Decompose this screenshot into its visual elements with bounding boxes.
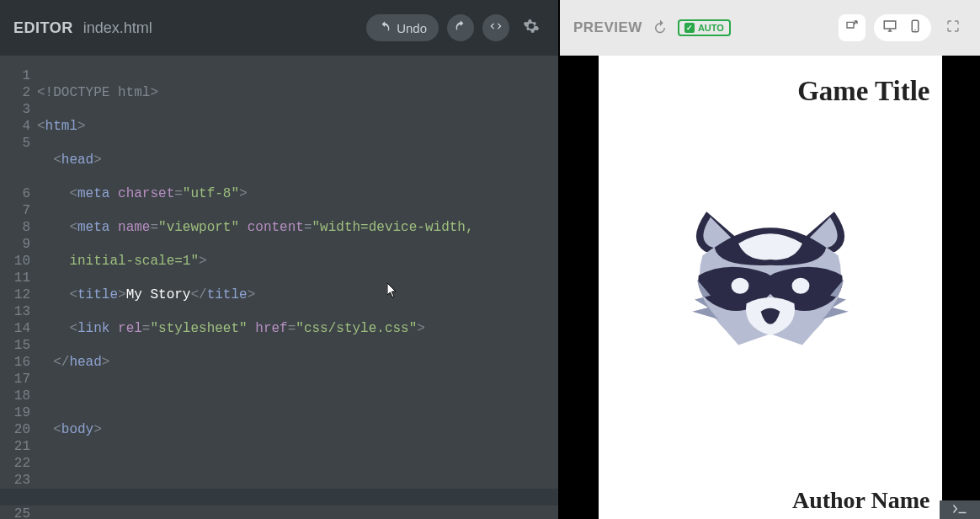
gear-icon — [523, 18, 540, 38]
preview-viewport: Game Title — [560, 56, 980, 519]
settings-button[interactable] — [518, 14, 545, 41]
undo-icon — [378, 20, 391, 36]
svg-point-1 — [914, 29, 916, 31]
editor-title: EDITOR — [13, 19, 73, 37]
code-editor[interactable]: 12345 6789101112 13141516171819 20212223… — [0, 56, 558, 519]
fullscreen-icon — [946, 19, 960, 36]
refresh-button[interactable] — [651, 19, 669, 37]
filename[interactable]: index.html — [83, 19, 152, 37]
console-icon — [952, 502, 967, 517]
auto-refresh-toggle[interactable]: AUTO — [678, 19, 731, 36]
code-view-button[interactable] — [482, 14, 509, 41]
desktop-icon[interactable] — [882, 19, 897, 37]
undo-button[interactable]: Undo — [366, 14, 439, 41]
undo-label: Undo — [397, 21, 427, 35]
code-icon — [489, 19, 503, 36]
line-gutter: 12345 6789101112 13141516171819 20212223… — [0, 67, 37, 519]
open-external-button[interactable] — [839, 14, 865, 41]
game-title-heading: Game Title — [797, 76, 929, 107]
fullscreen-button[interactable] — [940, 14, 967, 41]
redo-button[interactable] — [447, 14, 474, 41]
mouse-cursor-icon — [387, 283, 397, 298]
editor-header: EDITOR index.html Undo — [0, 0, 558, 56]
editor-pane: EDITOR index.html Undo — [0, 0, 558, 519]
preview-pane: PREVIEW AUTO — [558, 0, 980, 519]
console-toggle[interactable] — [940, 500, 980, 519]
code-content[interactable]: <!DOCTYPE html> <html> <head> <meta char… — [37, 67, 558, 519]
raccoon-image — [682, 200, 859, 351]
preview-title: PREVIEW — [573, 19, 642, 36]
editor-toolbar: Undo — [366, 14, 545, 41]
preview-header: PREVIEW AUTO — [560, 0, 980, 56]
svg-point-3 — [791, 278, 809, 294]
author-name-heading: Author Name — [792, 487, 930, 519]
device-selector[interactable] — [874, 14, 931, 41]
refresh-icon — [652, 19, 668, 37]
rendered-page[interactable]: Game Title — [599, 56, 942, 519]
external-icon — [845, 19, 859, 36]
svg-point-2 — [731, 278, 748, 294]
mobile-icon[interactable] — [908, 19, 923, 37]
redo-icon — [454, 19, 467, 36]
